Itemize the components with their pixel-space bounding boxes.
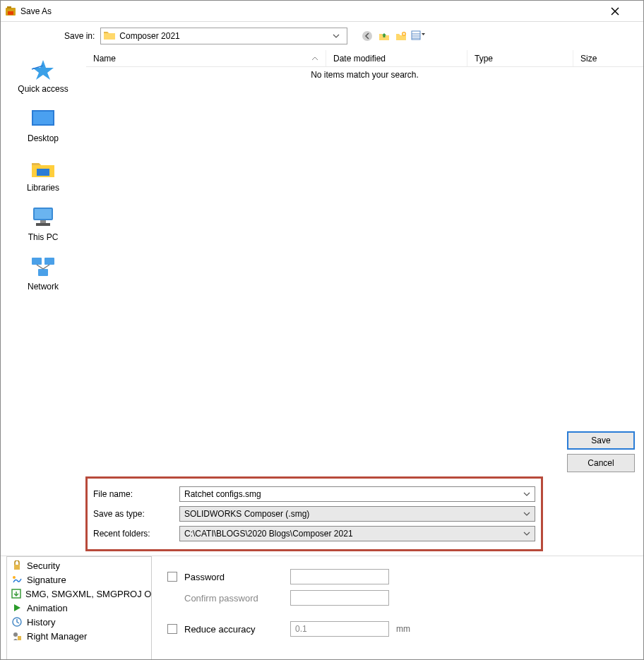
- place-quick-access[interactable]: Quick access: [18, 57, 68, 94]
- password-checkbox[interactable]: [167, 572, 177, 582]
- folder-icon: [104, 30, 115, 42]
- svg-point-24: [13, 576, 16, 579]
- output-icon: [11, 588, 21, 599]
- chevron-down-icon: [523, 512, 530, 516]
- category-panel: Security Signature SMG, SMGXML, SMGPROJ …: [6, 556, 152, 660]
- history-icon: [11, 616, 23, 628]
- svg-rect-28: [18, 636, 21, 640]
- svg-rect-12: [33, 112, 53, 124]
- svg-rect-19: [44, 258, 54, 265]
- file-list-area: Name Date modified Type Size No items ma…: [85, 50, 643, 476]
- cat-smg-output[interactable]: SMG, SMGXML, SMGPROJ Output: [7, 587, 151, 601]
- save-type-row: Save as type: SOLIDWORKS Composer (.smg): [93, 504, 535, 524]
- col-name[interactable]: Name: [86, 50, 326, 66]
- view-menu-icon[interactable]: [411, 29, 425, 43]
- places-bar: Quick access Desktop Libraries This PC N…: [1, 50, 85, 476]
- cat-right-manager[interactable]: Right Manager: [7, 629, 151, 643]
- save-button[interactable]: Save: [567, 431, 635, 450]
- up-folder-icon[interactable]: [377, 29, 391, 43]
- col-date[interactable]: Date modified: [326, 50, 467, 66]
- empty-list-message: No items match your search.: [86, 67, 643, 80]
- title-bar: Save As: [1, 1, 643, 22]
- lock-icon: [11, 560, 23, 571]
- place-label: Desktop: [28, 133, 59, 143]
- save-in-label: Save in:: [64, 31, 95, 41]
- cat-history[interactable]: History: [7, 615, 151, 629]
- this-pc-icon: [29, 205, 57, 229]
- reduce-accuracy-checkbox[interactable]: [167, 624, 177, 634]
- recent-folders-row: Recent folders: C:\CATI\BLOGS\2020 Blogs…: [93, 524, 535, 544]
- cat-label: SMG, SMGXML, SMGPROJ Output: [25, 589, 151, 599]
- signature-icon: [11, 574, 23, 585]
- cat-security[interactable]: Security: [7, 558, 151, 572]
- cat-signature[interactable]: Signature: [7, 572, 151, 587]
- place-label: Libraries: [27, 183, 59, 193]
- col-type-label: Type: [475, 54, 493, 64]
- save-type-combo[interactable]: SOLIDWORKS Composer (.smg): [179, 506, 535, 522]
- place-libraries[interactable]: Libraries: [27, 156, 59, 193]
- svg-rect-23: [14, 565, 20, 570]
- chevron-down-icon: [523, 492, 530, 496]
- save-in-row: Save in: Composer 2021: [1, 22, 643, 50]
- col-size[interactable]: Size: [573, 50, 643, 66]
- svg-rect-13: [37, 169, 49, 176]
- quick-access-icon: [29, 57, 57, 81]
- svg-point-5: [362, 31, 372, 41]
- place-desktop[interactable]: Desktop: [28, 107, 59, 143]
- col-name-label: Name: [93, 54, 116, 64]
- new-folder-icon[interactable]: [394, 29, 408, 43]
- place-this-pc[interactable]: This PC: [28, 205, 59, 242]
- filename-input[interactable]: Ratchet configs.smg: [179, 486, 535, 502]
- svg-rect-20: [38, 269, 48, 276]
- desktop-icon: [29, 107, 57, 131]
- sort-indicator-icon: [311, 56, 318, 61]
- play-icon: [11, 602, 23, 613]
- cat-label: Right Manager: [27, 631, 87, 642]
- chevron-down-icon: [523, 532, 530, 536]
- recent-folders-label: Recent folders:: [93, 529, 175, 539]
- reduce-accuracy-unit: mm: [396, 624, 410, 634]
- recent-folders-combo[interactable]: C:\CATI\BLOGS\2020 Blogs\Composer 2021: [179, 526, 535, 541]
- reduce-accuracy-input[interactable]: [290, 621, 389, 637]
- cat-animation[interactable]: Animation: [7, 601, 151, 615]
- confirm-password-label: Confirm password: [184, 593, 283, 604]
- bottom-panel: Security Signature SMG, SMGXML, SMGPROJ …: [1, 556, 643, 660]
- recent-folders-value: C:\CATI\BLOGS\2020 Blogs\Composer 2021: [184, 529, 353, 539]
- svg-rect-15: [35, 209, 52, 219]
- col-type[interactable]: Type: [467, 50, 573, 66]
- svg-rect-16: [40, 220, 46, 223]
- confirm-password-input[interactable]: [290, 590, 389, 606]
- place-network[interactable]: Network: [28, 255, 59, 292]
- filename-row: File name: Ratchet configs.smg: [93, 484, 535, 504]
- options-panel: Password Confirm password Reduce accurac…: [155, 556, 643, 660]
- save-type-label: Save as type:: [93, 509, 175, 519]
- svg-rect-18: [32, 258, 42, 265]
- confirm-password-row: Confirm password: [167, 587, 631, 608]
- col-date-label: Date modified: [333, 54, 386, 64]
- save-in-combo[interactable]: Composer 2021: [100, 28, 347, 44]
- filename-value: Ratchet configs.smg: [184, 489, 261, 499]
- place-label: Quick access: [18, 84, 68, 94]
- svg-line-22: [43, 265, 49, 269]
- svg-point-27: [13, 632, 18, 637]
- place-label: Network: [28, 282, 59, 292]
- svg-rect-2: [8, 11, 13, 15]
- save-type-value: SOLIDWORKS Composer (.smg): [184, 509, 309, 519]
- svg-rect-17: [36, 223, 50, 226]
- filename-group-highlight: File name: Ratchet configs.smg Save as t…: [85, 476, 543, 551]
- window-title: Save As: [20, 6, 52, 16]
- close-button[interactable]: [611, 7, 639, 16]
- cat-label: Signature: [27, 575, 66, 585]
- list-headers: Name Date modified Type Size: [86, 50, 643, 67]
- cat-label: Security: [27, 560, 60, 571]
- chevron-down-icon: [333, 34, 344, 38]
- back-icon[interactable]: [360, 29, 374, 43]
- svg-line-21: [37, 265, 43, 269]
- filename-label: File name:: [93, 489, 175, 499]
- password-input[interactable]: [290, 569, 389, 584]
- toolbar-icons: [360, 29, 425, 43]
- password-row: Password: [167, 566, 631, 587]
- cancel-button[interactable]: Cancel: [567, 454, 635, 472]
- reduce-accuracy-row: Reduce accuracy mm: [167, 618, 631, 640]
- action-buttons: Save Cancel: [567, 431, 635, 472]
